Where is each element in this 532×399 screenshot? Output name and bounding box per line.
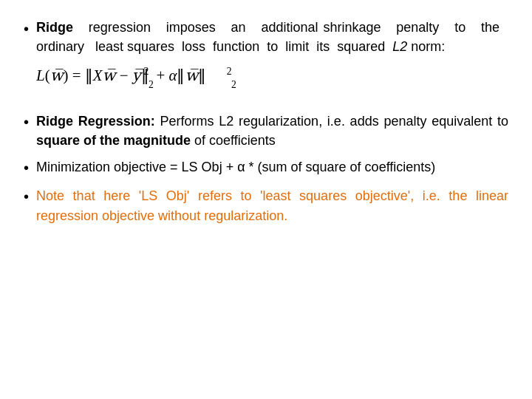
svg-text:2: 2 [149,79,154,90]
sub-bullet-minimization: • Minimization objective = LS Obj + α * … [24,157,508,179]
ridge-intro-text: Ridge regression imposes an additional s… [36,18,508,56]
l2-italic: L2 [392,39,407,54]
sub-bullet-dot-3: • [24,186,29,208]
formula-svg: L(w̅) = ‖Xw̅ − y̅‖ 2 2 + α‖w̅‖ 2 2 [36,59,276,92]
sub-bullet-note: • Note that here 'LS Obj' refers to 'lea… [24,186,508,225]
main-bullet-list: • Ridge regression imposes an additional… [24,18,508,107]
sub-bullet-text-2: Minimization objective = LS Obj + α * (s… [36,157,508,177]
note-text: Note that here 'LS Obj' refers to 'least… [36,188,508,222]
svg-text:2: 2 [227,66,232,77]
ridge-regression-label: Ridge Regression: [36,114,155,129]
minimization-text: Minimization objective = LS Obj + α * (s… [36,160,435,174]
square-bold: square of the magnitude [36,133,191,148]
svg-text:2: 2 [231,79,236,90]
svg-text:L(w̅) = ‖Xw̅ − y̅‖: L(w̅) = ‖Xw̅ − y̅‖ [36,67,149,85]
slide-container: • Ridge regression imposes an additional… [0,0,532,399]
sub-bullet-dot-2: • [24,157,29,179]
sub-bullet-ridge-regression: • Ridge Regression: Performs L2 regulari… [24,112,508,150]
of-coefficients: of coefficients [191,133,276,148]
sub-bullet-list: • Ridge Regression: Performs L2 regulari… [24,112,508,232]
sub-bullet-text-1: Ridge Regression: Performs L2 regulariza… [36,112,508,150]
bullet-item-ridge-intro: • Ridge regression imposes an additional… [24,18,508,97]
sub-bullet-dot-1: • [24,112,29,133]
svg-text:2: 2 [144,66,149,77]
sub-bullet-text-3: Note that here 'LS Obj' refers to 'least… [36,186,508,225]
bullet-text-ridge-intro: Ridge regression imposes an additional s… [36,18,508,97]
ridge-regression-text: Performs L2 regularization, i.e. adds pe… [160,114,508,129]
svg-text:+ α‖w̅‖: + α‖w̅‖ [156,67,206,85]
bullet-dot-1: • [24,18,29,40]
formula-block: L(w̅) = ‖Xw̅ − y̅‖ 2 2 + α‖w̅‖ 2 2 [36,59,276,92]
ridge-bold: Ridge [36,20,73,35]
